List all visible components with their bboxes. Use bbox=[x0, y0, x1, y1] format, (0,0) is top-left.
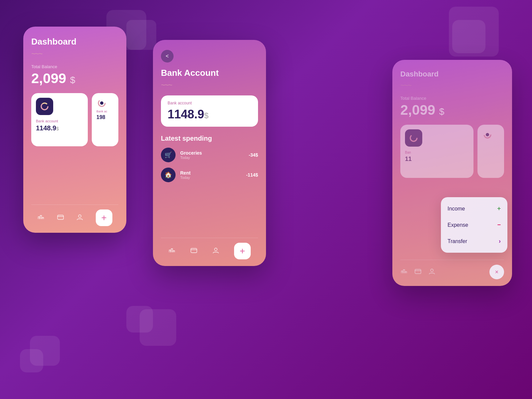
account-card-1[interactable]: Bank account 1148.9$ bbox=[31, 93, 88, 146]
right-cards-row: Ban 11 bbox=[400, 125, 504, 178]
account-card-2[interactable]: Bank ac 198 bbox=[92, 93, 118, 146]
card1-label: Bank account bbox=[36, 119, 83, 123]
groceries-date: Today bbox=[180, 156, 249, 160]
rent-info: Rent Today bbox=[180, 170, 246, 180]
svg-point-14 bbox=[486, 133, 489, 136]
right-card2 bbox=[477, 125, 504, 178]
svg-rect-15 bbox=[415, 269, 421, 274]
svg-point-7 bbox=[78, 215, 81, 217]
rent-name: Rent bbox=[180, 170, 246, 176]
latest-spending-title: Latest spending bbox=[161, 135, 258, 142]
svg-point-12 bbox=[412, 136, 415, 140]
middle-nav-chart-icon[interactable] bbox=[168, 247, 176, 256]
right-nav-card-icon[interactable] bbox=[414, 268, 422, 277]
spending-item-rent: 🏠 Rent Today -114$ bbox=[161, 168, 258, 182]
svg-point-10 bbox=[214, 248, 217, 251]
groceries-info: Groceries Today bbox=[180, 150, 249, 160]
expense-icon: − bbox=[497, 221, 501, 228]
screen-right: Dashboard ~~~ Total Balance 2,099 $ Ban … bbox=[392, 60, 512, 286]
back-button[interactable]: < bbox=[161, 50, 174, 63]
rent-amount: -114$ bbox=[246, 172, 258, 178]
groceries-amount: -34$ bbox=[249, 152, 258, 158]
right-wavy: ~~~ bbox=[400, 81, 504, 90]
middle-nav-card-icon[interactable] bbox=[190, 247, 198, 256]
svg-rect-5 bbox=[58, 215, 64, 219]
spending-item-groceries: 🛒 Groceries Today -34$ bbox=[161, 148, 258, 162]
right-account-card: Ban 11 bbox=[400, 125, 473, 178]
rent-date: Today bbox=[180, 176, 246, 180]
bank-balance-card: Bank account 1148.9$ bbox=[161, 95, 258, 127]
right-nav-user-icon[interactable] bbox=[428, 268, 436, 277]
left-dashboard-title: Dashboard bbox=[31, 37, 118, 47]
left-balance-label: Total Balance bbox=[31, 64, 118, 69]
left-bottom-nav: + bbox=[31, 204, 118, 226]
popup-expense[interactable]: Expense − bbox=[441, 217, 507, 233]
popup-close-button[interactable]: × bbox=[489, 265, 504, 279]
popup-transfer[interactable]: Transfer › bbox=[441, 233, 507, 249]
left-wavy: ~~~ bbox=[31, 50, 118, 58]
svg-point-2 bbox=[43, 105, 46, 108]
bank-balance-amount: 1148.9$ bbox=[168, 107, 251, 121]
transfer-icon: › bbox=[499, 238, 501, 245]
card2-label: Bank ac bbox=[96, 110, 114, 113]
right-card-label: Ban bbox=[405, 151, 469, 154]
card2-amount: 198 bbox=[96, 114, 114, 120]
income-icon: + bbox=[497, 205, 501, 212]
nav-user-icon[interactable] bbox=[76, 213, 83, 222]
right-card-amount: 11 bbox=[405, 156, 469, 163]
screen-middle: < Bank Account ~~~ Bank account 1148.9$ … bbox=[153, 40, 266, 266]
groceries-icon: 🛒 bbox=[161, 148, 176, 162]
right-card2-icon bbox=[482, 129, 499, 141]
right-dashboard-title: Dashboard bbox=[400, 70, 504, 78]
card1-amount: 1148.9$ bbox=[36, 124, 83, 132]
middle-title: Bank Account bbox=[161, 68, 258, 78]
middle-wavy: ~~~ bbox=[161, 81, 258, 89]
left-balance-amount: 2,099 $ bbox=[31, 70, 118, 86]
popup-income[interactable]: Income + bbox=[441, 200, 507, 217]
svg-point-17 bbox=[431, 269, 433, 272]
left-add-button[interactable]: + bbox=[96, 209, 112, 226]
card-icon-wrap-1 bbox=[36, 98, 53, 115]
middle-bottom-nav: + bbox=[161, 238, 258, 259]
screen-left: Dashboard ~~~ Total Balance 2,099 $ Bank… bbox=[23, 27, 126, 233]
middle-add-button[interactable]: + bbox=[234, 243, 251, 259]
popup-menu: Income + Expense − Transfer › bbox=[441, 197, 507, 253]
bank-balance-label: Bank account bbox=[168, 101, 251, 105]
right-balance-label: Total Balance bbox=[400, 96, 504, 101]
card-icon-wrap-2 bbox=[96, 98, 114, 110]
nav-chart-icon[interactable] bbox=[37, 213, 45, 222]
groceries-name: Groceries bbox=[180, 150, 249, 156]
right-nav-chart-icon[interactable] bbox=[400, 268, 408, 277]
svg-point-4 bbox=[100, 101, 103, 105]
right-card-icon bbox=[405, 129, 422, 147]
svg-rect-8 bbox=[191, 248, 197, 253]
rent-icon: 🏠 bbox=[161, 168, 176, 182]
middle-nav-user-icon[interactable] bbox=[212, 247, 219, 256]
right-balance-amount: 2,099 $ bbox=[400, 102, 504, 118]
cards-row: Bank account 1148.9$ Bank ac 198 bbox=[31, 93, 118, 146]
nav-card-icon[interactable] bbox=[57, 213, 64, 222]
